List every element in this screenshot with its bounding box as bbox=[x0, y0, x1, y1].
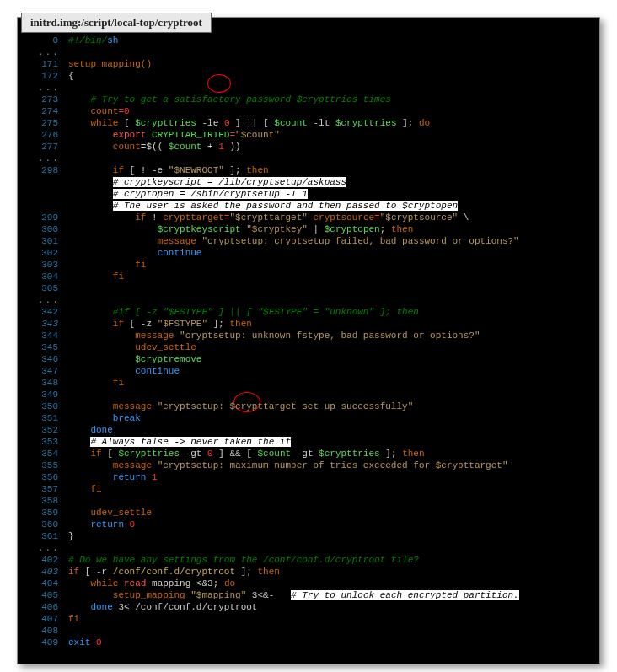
code-area: 0#!/bin/sh ... 171setup_mapping() 172{ .… bbox=[18, 26, 599, 664]
code-window: initrd.img:/script/local-top/cryptroot 0… bbox=[17, 17, 600, 664]
ellipsis: ... bbox=[23, 46, 60, 58]
window-title: initrd.img:/script/local-top/cryptroot bbox=[21, 13, 212, 33]
code-line: 0#!/bin/sh bbox=[23, 35, 594, 46]
